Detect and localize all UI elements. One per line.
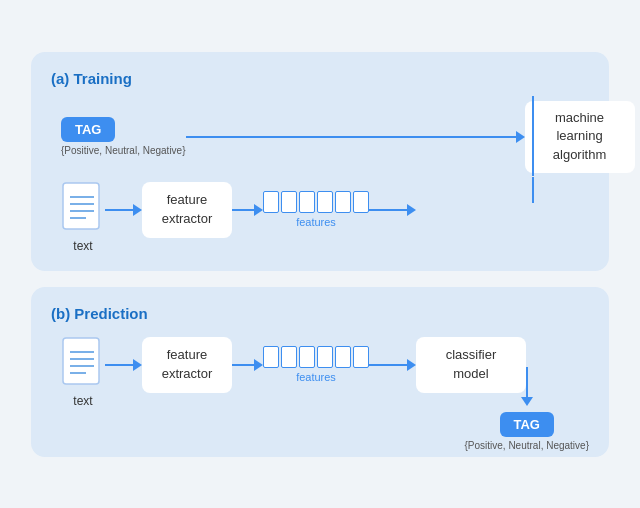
training-doc-label: text xyxy=(73,239,92,253)
pred-feature-cell-5 xyxy=(335,346,351,368)
training-flow-row: text feature extractor xyxy=(61,181,589,253)
prediction-features-array xyxy=(263,346,369,368)
training-tag-subtitle: {Positive, Neutral, Negative} xyxy=(61,145,186,156)
tag-to-ml-arrow xyxy=(186,131,525,143)
fe-to-features-line xyxy=(232,209,254,211)
feature-cell-1 xyxy=(263,191,279,213)
tag-to-ml-line xyxy=(186,136,516,138)
pred-doc-to-fe-arrow xyxy=(105,359,142,371)
prediction-doc-label: text xyxy=(73,394,92,408)
pred-features-to-classifier-arrowhead xyxy=(407,359,416,371)
pred-features-to-classifier-arrow xyxy=(369,359,416,371)
pred-feature-cell-2 xyxy=(281,346,297,368)
prediction-feature-extractor: feature extractor xyxy=(142,337,232,393)
pred-fe-to-features-arrow xyxy=(232,359,263,371)
pred-feature-cell-6 xyxy=(353,346,369,368)
pred-feature-cell-4 xyxy=(317,346,333,368)
prediction-section: (b) Prediction text xyxy=(31,287,609,457)
classifier-to-tag-arrow-container: TAG {Positive, Neutral, Negative} xyxy=(464,357,589,451)
feature-cell-6 xyxy=(353,191,369,213)
feature-cell-5 xyxy=(335,191,351,213)
prediction-title-text: Prediction xyxy=(74,305,147,322)
prediction-doc-container: text xyxy=(61,336,105,408)
pred-doc-to-fe-arrowhead xyxy=(133,359,142,371)
feature-cell-4 xyxy=(317,191,333,213)
training-doc-container: text xyxy=(61,181,105,253)
training-features-label: features xyxy=(296,216,336,228)
prediction-tag-subtitle: {Positive, Neutral, Negative} xyxy=(464,440,589,451)
training-title: (a) Training xyxy=(51,70,589,87)
training-tag-container: TAG {Positive, Neutral, Negative} xyxy=(61,117,186,156)
training-tag-box: TAG xyxy=(61,117,115,142)
fe-to-features-arrowhead xyxy=(254,204,263,216)
prediction-tag-box: TAG xyxy=(500,412,554,437)
pred-features-to-classifier-line xyxy=(369,364,407,366)
training-title-prefix: (a) xyxy=(51,70,69,87)
training-section: (a) Training TAG {Positive, Neutral, Neg… xyxy=(31,52,609,271)
doc-to-fe-arrowhead xyxy=(133,204,142,216)
vertical-line xyxy=(532,96,534,176)
prediction-features-container: features xyxy=(263,346,369,383)
training-tag-row: TAG {Positive, Neutral, Negative} machin… xyxy=(61,101,589,173)
prediction-title: (b) Prediction xyxy=(51,305,589,322)
pred-feature-cell-1 xyxy=(263,346,279,368)
pred-fe-to-features-line xyxy=(232,364,254,366)
pred-feature-cell-3 xyxy=(299,346,315,368)
training-features-array xyxy=(263,191,369,213)
vertical-connector xyxy=(532,96,534,176)
prediction-features-label: features xyxy=(296,371,336,383)
training-feature-extractor: feature extractor xyxy=(142,182,232,238)
prediction-output-container: TAG {Positive, Neutral, Negative} xyxy=(464,412,589,451)
fe-to-features-arrow xyxy=(232,204,263,216)
pred-doc-to-fe-line xyxy=(105,364,133,366)
training-title-text: Training xyxy=(74,70,132,87)
training-doc-icon xyxy=(61,181,105,235)
sections-outer: (a) Training TAG {Positive, Neutral, Neg… xyxy=(31,52,609,457)
classifier-to-tag-arrowhead xyxy=(521,397,533,406)
prediction-title-prefix: (b) xyxy=(51,305,70,322)
training-features-container: features xyxy=(263,191,369,228)
doc-to-fe-arrow xyxy=(105,204,142,216)
svg-rect-5 xyxy=(63,338,99,384)
features-to-ml-arrowhead xyxy=(407,204,416,216)
features-to-ml-arrow xyxy=(369,204,416,216)
svg-rect-0 xyxy=(63,183,99,229)
prediction-doc-icon xyxy=(61,336,105,390)
feature-cell-2 xyxy=(281,191,297,213)
features-to-ml-line xyxy=(369,209,407,211)
feature-cell-3 xyxy=(299,191,315,213)
classifier-to-tag-line xyxy=(526,367,528,397)
ml-algorithm-box: machine learning algorithm xyxy=(525,101,635,173)
tag-to-ml-arrowhead xyxy=(516,131,525,143)
doc-to-fe-line xyxy=(105,209,133,211)
pred-fe-to-features-arrowhead xyxy=(254,359,263,371)
diagram-wrapper: (a) Training TAG {Positive, Neutral, Neg… xyxy=(15,36,625,473)
